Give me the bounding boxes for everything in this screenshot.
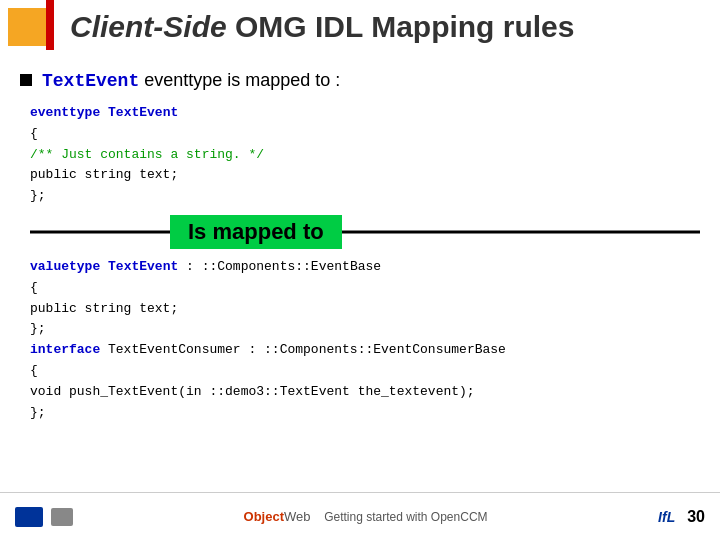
code-push-method: void push_TextEvent(in ::demo3::TextEven… (30, 382, 700, 403)
code-line-2: { (30, 124, 700, 145)
code-block-bottom: valuetype TextEvent : ::Components::Even… (30, 257, 700, 423)
code-valuetype-line: valuetype TextEvent : ::Components::Even… (30, 257, 700, 278)
kw-eventtype: eventtype (30, 105, 100, 120)
objectweb-bold: Object (244, 509, 284, 524)
accent-red (46, 0, 54, 50)
code-line-4: public string text; (30, 165, 700, 186)
code-block-top: eventtype TextEvent { /** Just contains … (30, 103, 700, 207)
slide-title: Client-Side OMG IDL Mapping rules (70, 10, 575, 43)
code-interface-line: interface TextEventConsumer : ::Componen… (30, 340, 700, 361)
code-open-brace: { (30, 278, 700, 299)
bullet-item: TextEvent eventtype is mapped to : (20, 70, 700, 91)
logo-blue (15, 507, 43, 527)
code-close-brace-2: }; (30, 403, 700, 424)
code-classname-top: TextEvent (108, 105, 178, 120)
code-close-brace-1: }; (30, 319, 700, 340)
footer-center-text: Getting started with OpenCCM (324, 510, 487, 524)
bottom-center: ObjectWeb Getting started with OpenCCM (73, 509, 658, 524)
bottom-right: IfL 30 (658, 508, 705, 526)
title-italic: Client-Side (70, 10, 227, 43)
slide-title-area: Client-Side OMG IDL Mapping rules (70, 10, 700, 44)
bullet-description: eventtype is mapped to : (139, 70, 340, 90)
bullet-text: TextEvent eventtype is mapped to : (42, 70, 340, 91)
objectweb-label: ObjectWeb (244, 509, 315, 524)
logo-gray (51, 508, 73, 526)
bullet-square (20, 74, 32, 86)
code-line-3: /** Just contains a string. */ (30, 145, 700, 166)
mapped-banner-container: Is mapped to (30, 215, 700, 249)
accent-orange (8, 8, 46, 46)
title-normal: OMG IDL Mapping rules (227, 10, 575, 43)
bottom-logo-area (15, 507, 73, 527)
code-open-brace-2: { (30, 361, 700, 382)
ifl-logo: IfL (658, 509, 675, 525)
bottom-bar: ObjectWeb Getting started with OpenCCM I… (0, 492, 720, 540)
mapped-line (30, 230, 700, 233)
code-line-5: }; (30, 186, 700, 207)
mapped-banner: Is mapped to (170, 215, 342, 249)
code-string-field: public string text; (30, 299, 700, 320)
page-number: 30 (687, 508, 705, 526)
content-area: TextEvent eventtype is mapped to : event… (20, 65, 700, 490)
code-line-1: eventtype TextEvent (30, 103, 700, 124)
bullet-classname: TextEvent (42, 71, 139, 91)
